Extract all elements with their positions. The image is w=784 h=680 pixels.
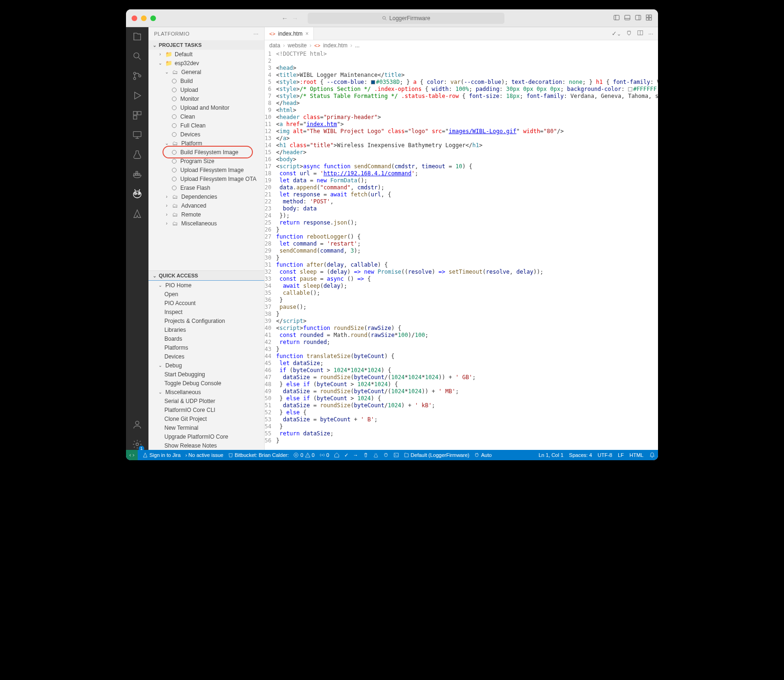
breadcrumbs[interactable]: data› website› <> index.htm› ... <box>265 40 658 51</box>
sb-pio-clean[interactable] <box>363 452 369 458</box>
task-upload-fs[interactable]: Upload Filesystem Image <box>148 165 264 174</box>
group-platform[interactable]: ⌄🗂Platform <box>148 139 264 148</box>
tab-index-htm[interactable]: <> index.htm × <box>265 27 314 40</box>
platformio-icon[interactable] <box>132 188 143 200</box>
code-editor[interactable]: 1234567891011121314151617181920212223242… <box>265 51 658 450</box>
run-check-icon[interactable]: ✓⌄ <box>612 30 621 37</box>
qa-devices[interactable]: Devices <box>148 352 264 361</box>
task-build-filesystem-image[interactable]: Build Filesystem Image <box>148 148 264 157</box>
explorer-icon[interactable] <box>132 31 143 42</box>
qa-projects[interactable]: Projects & Configuration <box>148 316 264 325</box>
task-icon <box>171 158 178 164</box>
sb-spaces[interactable]: Spaces: 4 <box>569 452 592 458</box>
qa-boards[interactable]: Boards <box>148 334 264 343</box>
section-quick-access[interactable]: ⌄QUICK ACCESS <box>148 271 264 280</box>
qa-debug[interactable]: ⌄Debug <box>148 361 264 370</box>
qa-toggle-debug[interactable]: Toggle Debug Console <box>148 379 264 388</box>
qa-inspect[interactable]: Inspect <box>148 307 264 316</box>
remote-indicator[interactable] <box>126 450 138 460</box>
crumb[interactable]: index.htm <box>323 42 348 49</box>
sb-language[interactable]: HTML <box>629 452 643 458</box>
group-remote[interactable]: ›🗂Remote <box>148 210 264 219</box>
search-activity-icon[interactable] <box>132 51 143 62</box>
sb-pio-terminal[interactable] <box>393 452 399 458</box>
env-default[interactable]: ›📁Default <box>148 50 264 59</box>
nav-back-icon[interactable]: ← <box>281 15 288 22</box>
group-advanced[interactable]: ›🗂Advanced <box>148 201 264 210</box>
minimize-window[interactable] <box>141 15 147 21</box>
qa-serial-udp[interactable]: Serial & UDP Plotter <box>148 396 264 405</box>
nav-forward-icon[interactable]: → <box>292 15 298 22</box>
qa-misc[interactable]: ⌄Miscellaneous <box>148 388 264 396</box>
source-control-icon[interactable] <box>132 70 143 82</box>
sb-pio-env[interactable]: Default (LoggerFirmware) <box>404 452 469 458</box>
vscode-window: ← → LoggerFirmware 1 <box>126 9 658 460</box>
sb-pio-monitor[interactable] <box>383 452 389 458</box>
qa-start-debugging[interactable]: Start Debugging <box>148 370 264 379</box>
task-erase-flash[interactable]: Erase Flash <box>148 183 264 192</box>
maximize-window[interactable] <box>150 15 156 21</box>
sb-encoding[interactable]: UTF-8 <box>598 452 612 458</box>
task-full-clean[interactable]: Full Clean <box>148 121 264 130</box>
sb-pio-upload[interactable]: → <box>353 452 358 458</box>
section-project-tasks[interactable]: ⌄PROJECT TASKS <box>148 40 264 50</box>
docker-icon[interactable] <box>132 169 143 180</box>
qa-upgrade[interactable]: Upgrade PlatformIO Core <box>148 432 264 441</box>
crumb[interactable]: ... <box>355 42 360 49</box>
qa-platforms[interactable]: Platforms <box>148 343 264 352</box>
qa-new-terminal[interactable]: New Terminal <box>148 423 264 432</box>
sb-pio-port[interactable]: Auto <box>474 452 492 458</box>
toggle-primary-sidebar-icon[interactable] <box>613 14 620 22</box>
sb-pio-test[interactable] <box>373 453 378 458</box>
task-devices[interactable]: Devices <box>148 130 264 139</box>
task-clean[interactable]: Clean <box>148 112 264 121</box>
task-program-size[interactable]: Program Size <box>148 157 264 165</box>
qa-pio-cli[interactable]: PlatformIO Core CLI <box>148 405 264 414</box>
toggle-secondary-sidebar-icon[interactable] <box>635 14 642 22</box>
accounts-icon[interactable] <box>132 419 143 430</box>
panel-more-icon[interactable]: ··· <box>253 31 259 37</box>
qa-open[interactable]: Open <box>148 290 264 299</box>
code-lines[interactable]: <!DOCTYPE html><head><title>WIBL Logger … <box>276 51 658 450</box>
testing-icon[interactable] <box>132 149 143 160</box>
group-general[interactable]: ⌄🗂General <box>148 67 264 76</box>
run-debug-icon[interactable] <box>132 90 143 101</box>
close-window[interactable] <box>132 15 137 21</box>
env-esp32dev[interactable]: ⌄📁esp32dev <box>148 59 264 67</box>
sb-errors[interactable]: 0 0 <box>293 452 314 458</box>
task-monitor[interactable]: Monitor <box>148 94 264 103</box>
command-center[interactable]: LoggerFirmware <box>308 13 504 24</box>
qa-pio-account[interactable]: PIO Account <box>148 299 264 307</box>
qa-pio-home[interactable]: ⌄PIO Home <box>148 281 264 290</box>
qa-clone-git[interactable]: Clone Git Project <box>148 414 264 423</box>
sb-jira[interactable]: Sign in to Jira <box>142 452 181 458</box>
extensions-icon[interactable] <box>132 110 143 121</box>
sb-pio-build[interactable]: ✓ <box>344 452 348 458</box>
editor-more-icon[interactable]: ··· <box>648 30 653 37</box>
task-upload-fs-ota[interactable]: Upload Filesystem Image OTA <box>148 174 264 183</box>
customize-layout-icon[interactable] <box>645 14 652 22</box>
group-dependencies[interactable]: ›🗂Dependencies <box>148 192 264 201</box>
toggle-panel-icon[interactable] <box>624 14 631 22</box>
sb-bitbucket[interactable]: Bitbucket: Brian Calder: <box>228 452 289 458</box>
sb-eol[interactable]: LF <box>618 452 624 458</box>
atlassian-icon[interactable] <box>132 208 143 219</box>
tab-close-icon[interactable]: × <box>305 30 309 37</box>
pio-plug-icon[interactable] <box>626 30 632 37</box>
remote-explorer-icon[interactable] <box>132 129 143 141</box>
sb-pio-home[interactable] <box>334 452 340 458</box>
crumb[interactable]: website <box>288 42 307 49</box>
qa-release-notes[interactable]: Show Release Notes <box>148 441 264 450</box>
crumb[interactable]: data <box>269 42 280 49</box>
settings-gear-icon[interactable]: 1 <box>132 439 143 450</box>
task-upload[interactable]: Upload <box>148 85 264 94</box>
sb-cursor-pos[interactable]: Ln 1, Col 1 <box>539 452 563 458</box>
sb-radio[interactable]: 0 <box>319 452 329 458</box>
task-build[interactable]: Build <box>148 76 264 85</box>
group-misc[interactable]: ›🗂Miscellaneous <box>148 219 264 228</box>
split-editor-icon[interactable] <box>637 30 643 37</box>
qa-libraries[interactable]: Libraries <box>148 325 264 334</box>
task-upload-monitor[interactable]: Upload and Monitor <box>148 103 264 112</box>
sb-no-issue[interactable]: › No active issue <box>185 452 223 458</box>
sb-notifications-icon[interactable] <box>649 452 655 458</box>
